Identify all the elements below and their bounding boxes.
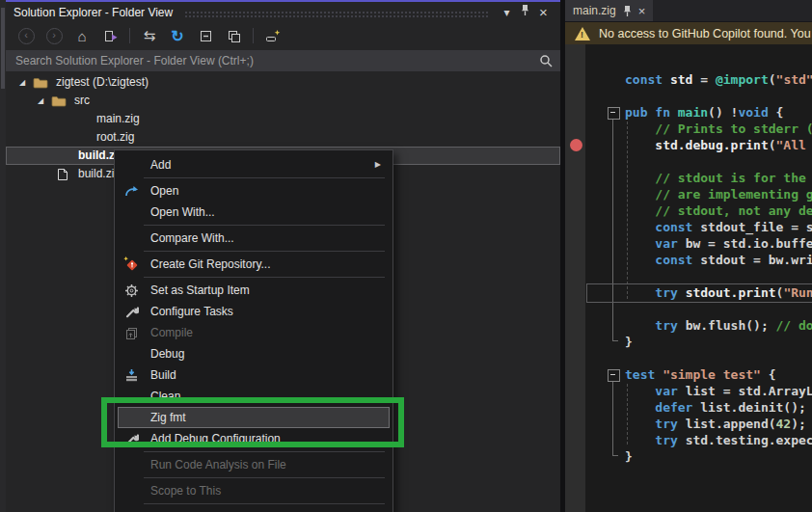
menu-item-run-code-analysis-on-file: Run Code Analysis on File	[115, 454, 392, 475]
app-window: Solution Explorer - Folder View ▾ × ‹ › …	[0, 0, 812, 512]
menu-item-label: Open With...	[150, 205, 215, 219]
submenu-arrow-icon: ▶	[375, 154, 381, 175]
menu-item-label: Scope to This	[150, 484, 221, 498]
menu-item-label: Add	[150, 158, 171, 172]
menu-separator	[144, 225, 385, 226]
code-line[interactable]	[565, 301, 812, 317]
code-line[interactable]	[565, 350, 812, 366]
code-line[interactable]: pub fn main() !void {	[565, 104, 812, 121]
code-line[interactable]: try list.append(42);	[565, 416, 812, 432]
code-line[interactable]: std.debug.print("All your {s} are belong…	[565, 137, 812, 153]
solution-explorer-titlebar: Solution Explorer - Folder View ▾ ×	[6, 2, 560, 23]
window-position-chevron-icon[interactable]: ▾	[498, 3, 516, 22]
code-line[interactable]: var bw = std.io.bufferedWriter(stdout_fi…	[565, 235, 812, 252]
menu-item-new-solution-explorer-view[interactable]: New Solution Explorer View	[115, 506, 392, 512]
code-line[interactable]: try std.testing.expectEqual(@as(i32, 42)…	[565, 432, 812, 448]
preview-selected-items-icon[interactable]	[264, 27, 282, 44]
tree-item-root-zig[interactable]: root.zig	[6, 128, 560, 147]
menu-item-scope-to-this: Scope to This	[115, 480, 392, 501]
code-line[interactable]: // Prints to stderr (it's a shortcut bas…	[565, 121, 812, 137]
code-line[interactable]: // stdout is for the actual output of yo…	[565, 170, 812, 186]
open-icon	[122, 183, 141, 199]
context-menu: Add▶OpenOpen With...Compare With...Creat…	[114, 149, 393, 512]
code-line[interactable]: try bw.flush(); // don't forget to flush…	[565, 317, 812, 334]
menu-item-compile: Compile	[115, 322, 392, 343]
menu-item-build[interactable]: Build	[115, 364, 392, 386]
code-line[interactable]: const stdout_file = std.io.getStdOut().w…	[565, 219, 812, 235]
search-icon[interactable]	[539, 54, 553, 67]
folder-icon	[33, 76, 48, 89]
collapse-all-icon[interactable]	[197, 27, 214, 44]
toolbar-separator	[253, 28, 254, 43]
search-input[interactable]	[14, 53, 539, 68]
code-line[interactable]: }	[565, 334, 812, 350]
git-icon	[122, 256, 141, 272]
tree-item-main-zig[interactable]: main.zig	[6, 110, 560, 128]
menu-item-label: Set as Startup Item	[150, 283, 250, 297]
menu-item-compare-with[interactable]: Compare With...	[115, 228, 392, 249]
warning-text: No access to GitHub Copilot found. You a…	[599, 27, 812, 40]
tree-item-label: zigtest (D:\zigtest)	[56, 73, 149, 92]
code-line[interactable]: test "simple test" {	[565, 366, 812, 383]
menu-item-create-git-repository[interactable]: Create Git Repository...	[115, 254, 392, 275]
code-line[interactable]: // are implementing gzip, then only the …	[565, 186, 812, 202]
menu-item-add[interactable]: Add▶	[115, 154, 392, 175]
menu-item-open[interactable]: Open	[115, 180, 392, 202]
code-line[interactable]	[565, 268, 812, 284]
code-line[interactable]: // stdout, not any debugging messages.	[565, 202, 812, 219]
menu-separator	[144, 177, 385, 178]
close-icon[interactable]: ×	[534, 3, 553, 22]
back-icon[interactable]: ‹	[17, 27, 35, 44]
menu-item-label: Build	[150, 368, 176, 382]
menu-item-set-as-startup-item[interactable]: Set as Startup Item	[115, 280, 392, 301]
code-editor[interactable]: const std = @import("std");pub fn main()…	[565, 44, 812, 512]
expand-arrow-icon[interactable]: ◢	[38, 92, 43, 110]
code-line[interactable]: try stdout.print("Run `zig build test` t…	[565, 284, 812, 301]
home-icon[interactable]: ⌂	[73, 27, 91, 44]
warning-icon: !	[575, 27, 590, 40]
menu-item-open-with[interactable]: Open With...	[115, 202, 392, 223]
code-line[interactable]	[565, 153, 812, 170]
menu-item-configure-tasks[interactable]: Configure Tasks	[115, 301, 392, 322]
code-line[interactable]: const stdout = bw.writer();	[565, 252, 812, 268]
solution-explorer-toolbar: ‹ › ⌂ ⇆ ↻	[6, 23, 560, 48]
sync-with-active-document-icon[interactable]: ⇆	[141, 27, 158, 44]
compile-icon	[122, 325, 141, 340]
folder-icon	[51, 94, 67, 107]
menu-separator	[144, 451, 385, 452]
tree-item-label: root.zig	[96, 128, 134, 147]
file-icon	[57, 168, 68, 181]
tab-pin-icon[interactable]	[622, 5, 633, 17]
tab-main-zig[interactable]: main.zig ×	[565, 0, 653, 21]
expand-arrow-icon[interactable]: ◢	[19, 73, 25, 92]
code-line[interactable]: var list = std.ArrayList(i32).init(std.t…	[565, 383, 812, 399]
tree-item-zigtest-d-zigtest[interactable]: ◢zigtest (D:\zigtest)	[6, 73, 560, 92]
annotation-highlight-box	[101, 397, 404, 447]
breakpoint-dot[interactable]	[570, 139, 582, 151]
menu-item-label: Create Git Repository...	[150, 257, 271, 271]
menu-item-label: Open	[150, 184, 178, 198]
pin-icon[interactable]	[516, 3, 534, 22]
show-all-files-icon[interactable]	[225, 27, 242, 44]
refresh-icon[interactable]: ↻	[169, 27, 186, 44]
tree-item-src[interactable]: ◢src	[6, 92, 560, 110]
menu-item-label: Compile	[150, 326, 193, 339]
menu-item-label: Run Code Analysis on File	[150, 458, 286, 472]
switch-views-icon[interactable]	[101, 27, 119, 44]
code-line[interactable]: defer list.deinit(); // try commenting t…	[565, 399, 812, 416]
menu-separator	[144, 277, 385, 278]
code-line[interactable]	[565, 88, 812, 104]
panel-title: Solution Explorer - Folder View	[14, 6, 173, 19]
editor-panel: main.zig × ! No access to GitHub Copilot…	[565, 0, 812, 512]
tab-close-icon[interactable]: ×	[638, 5, 646, 17]
copilot-warning-bar: ! No access to GitHub Copilot found. You…	[565, 21, 812, 45]
titlebar-grip	[184, 11, 488, 17]
forward-icon[interactable]: ›	[45, 27, 63, 44]
tab-title: main.zig	[573, 4, 616, 17]
scrollbar-thumb[interactable]	[1, 8, 5, 89]
toolbar-separator	[129, 28, 130, 43]
build-icon	[122, 367, 141, 383]
menu-item-debug[interactable]: Debug	[115, 343, 392, 364]
code-line[interactable]: }	[565, 448, 812, 465]
code-line[interactable]: const std = @import("std");	[565, 71, 812, 88]
